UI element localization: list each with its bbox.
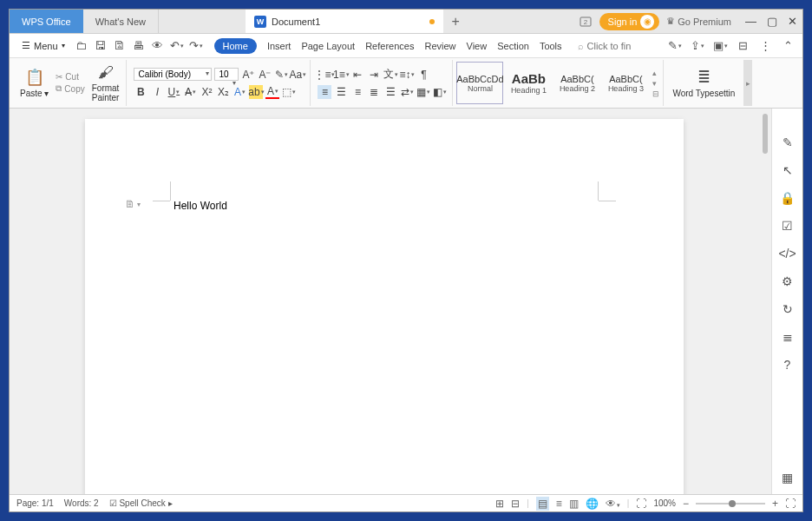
save-icon[interactable]: 🖫 [93,38,108,54]
tab-section[interactable]: Section [497,41,529,51]
bold-button[interactable]: B [134,85,147,99]
help-icon[interactable]: ? [780,357,796,373]
vertical-scrollbar[interactable] [759,109,771,494]
paste-button[interactable]: 📋 Paste ▾ [16,66,52,100]
word-count[interactable]: Words: 2 [64,498,99,508]
page-indicator[interactable]: Page: 1/1 [16,498,54,508]
more-icon[interactable]: ⋮ [757,38,773,54]
font-color-button[interactable]: A [265,85,279,99]
options-icon[interactable]: ⊟ [735,38,750,54]
style-normal[interactable]: AaBbCcDd Normal [456,62,503,104]
style-tool-icon[interactable]: ✎ [667,38,683,54]
whats-new-tab[interactable]: What's New [83,10,159,33]
fullscreen-icon[interactable]: ⛶ [785,498,796,510]
cursor-icon[interactable]: ↖ [780,162,796,178]
ribbon-scroll-right[interactable]: ▸ [743,60,752,106]
subscript-button[interactable]: X₂ [216,85,230,99]
cut-button[interactable]: ✂Cut [56,72,84,82]
web-layout-icon[interactable]: ▥ [569,498,579,510]
tabs-button[interactable]: ⇄ [400,85,414,99]
copy-button[interactable]: ⧉Copy [56,83,84,94]
align-left-button[interactable]: ≡ [318,85,331,99]
style-heading-3[interactable]: AaBbC( Heading 3 [602,62,649,104]
grow-font-icon[interactable]: A⁺ [241,68,255,82]
menu-button[interactable]: ☰ Menu ▾ [16,38,70,53]
change-case-icon[interactable]: Aa [291,68,304,82]
outline-view-icon[interactable]: ≡ [556,498,562,510]
align-center-button[interactable]: ☰ [334,85,348,99]
document-page[interactable]: 🗎 ▾ Hello World [85,119,684,494]
view-mode-2-icon[interactable]: ⊟ [511,498,520,510]
collapse-ribbon-icon[interactable]: ⌃ [780,38,796,54]
lock-icon[interactable]: 🔒 [780,190,796,206]
apps-icon[interactable]: ▦ [780,470,796,485]
zoom-slider[interactable] [696,503,765,505]
tab-tools[interactable]: Tools [540,41,562,51]
show-marks-icon[interactable]: ¶ [416,68,430,82]
justify-button[interactable]: ≣ [367,85,381,99]
tab-insert[interactable]: Insert [267,41,291,51]
search-box[interactable]: ⌕ [578,41,639,51]
strikethrough-button[interactable]: A̶ [183,85,197,99]
redo-button[interactable]: ↷ [188,38,204,54]
paragraph-handle[interactable]: 🗎 ▾ [125,198,141,210]
zoom-in-button[interactable]: + [772,498,778,510]
styles-more[interactable]: ▴ ▾ ⊟ [651,62,661,104]
bullets-button[interactable]: ⋮≡ [318,68,331,82]
document-content[interactable]: Hello World [174,200,227,212]
spell-check-toggle[interactable]: ☑ Spell Check ▸ [109,498,173,508]
note-icon[interactable]: ☑ [780,218,796,234]
zoom-out-button[interactable]: − [683,498,689,510]
open-icon[interactable]: 🗀 [74,38,89,54]
app-name-tab[interactable]: WPS Office [10,10,83,33]
style-heading-1[interactable]: AaBb Heading 1 [505,62,552,104]
format-painter-button[interactable]: 🖌 Format Painter [88,62,123,104]
para-shading-button[interactable]: ◧ [433,85,447,99]
sign-in-button[interactable]: Sign in ◉ [599,13,660,30]
settings-icon[interactable]: ⚙ [780,274,796,289]
eye-protect-icon[interactable]: 👁 [606,498,620,510]
save-cloud-icon[interactable]: ▣ [712,38,728,54]
align-right-button[interactable]: ≡ [350,85,364,99]
clear-formatting-icon[interactable]: ✎ [274,68,288,82]
outline-icon[interactable]: ≣ [780,329,796,345]
activity-icon[interactable]: 2 [579,15,593,29]
view-mode-1-icon[interactable]: ⊞ [495,498,504,510]
word-typesetting-button[interactable]: ≣ Word Typesettin [669,66,738,100]
search-input[interactable] [587,41,639,51]
font-size-combo[interactable]: 10 [214,68,239,81]
print-layout-icon[interactable]: ▤ [536,497,549,511]
line-spacing-button[interactable]: ≡↕ [400,68,414,82]
style-heading-2[interactable]: AaBbC( Heading 2 [553,62,600,104]
numbering-button[interactable]: 1≡ [334,68,348,82]
text-direction-icon[interactable]: 文 [383,68,397,82]
borders-button[interactable]: ▦ [416,85,430,99]
share-icon[interactable]: ⇪ [690,38,705,54]
superscript-button[interactable]: X² [200,85,213,99]
reading-view-icon[interactable]: 🌐 [586,498,599,510]
go-premium-button[interactable]: ♛ Go Premium [666,16,731,27]
shrink-font-icon[interactable]: A⁻ [258,68,272,82]
document-tab[interactable]: W Document1 [246,10,443,33]
decrease-indent-button[interactable]: ⇤ [350,68,364,82]
history-icon[interactable]: ↻ [780,301,796,317]
distribute-button[interactable]: ☰ [383,85,397,99]
tab-references[interactable]: References [365,41,414,51]
tab-view[interactable]: View [467,41,488,51]
tab-page-layout[interactable]: Page Layout [301,41,355,51]
zoom-knob[interactable] [729,500,736,507]
zoom-level[interactable]: 100% [653,498,676,508]
print-preview-icon[interactable]: 👁 [150,38,166,54]
code-icon[interactable]: </> [780,246,796,261]
minimize-button[interactable]: — [745,15,756,28]
tab-review[interactable]: Review [424,41,455,51]
close-button[interactable]: ✕ [788,15,797,28]
highlight-button[interactable]: ab [249,85,263,99]
canvas-area[interactable]: 🗎 ▾ Hello World [10,109,759,494]
print-icon[interactable]: 🖶 [131,38,147,54]
font-name-combo[interactable]: Calibri (Body) [134,68,212,81]
pencil-icon[interactable]: ✎ [780,135,796,150]
tab-home[interactable]: Home [214,38,257,54]
scroll-thumb[interactable] [763,114,768,154]
italic-button[interactable]: I [150,85,164,99]
